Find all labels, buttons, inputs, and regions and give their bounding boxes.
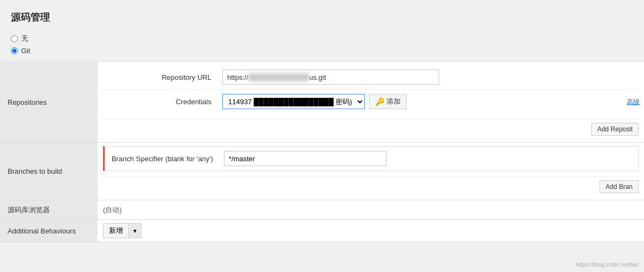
radio-git-item[interactable]: Git (11, 47, 633, 55)
add-behaviour-split-button: 新增 ▼ (103, 223, 141, 238)
branches-row: Branches to build Branch Specifier (blan… (0, 142, 644, 200)
branch-specifier-input[interactable] (224, 151, 387, 166)
watermark: https://blog.csdn.net/lan (576, 261, 639, 268)
credentials-dropdown[interactable]: 114937 ████████████████ 密码) (222, 94, 365, 109)
dropdown-arrow-icon: ▼ (132, 228, 138, 234)
add-branch-button[interactable]: Add Bran (600, 180, 639, 193)
key-icon: 🔑 (375, 97, 384, 106)
repositories-section: Repositories Repository URL https:// us.… (0, 61, 644, 242)
branch-specifier-value (224, 151, 633, 166)
source-browser-content: (自动) (98, 200, 644, 219)
repo-url-row: Repository URL https:// us.git (103, 65, 639, 90)
radio-git-label: Git (21, 47, 30, 55)
repositories-content: Repository URL https:// us.git (98, 62, 644, 142)
add-behaviour-main-button[interactable]: 新增 (103, 223, 128, 238)
source-browser-row: 源码库浏览器 (自动) (0, 200, 644, 219)
repo-url-blurred (248, 73, 309, 81)
add-repository-button[interactable]: Add Reposit (591, 123, 639, 136)
credentials-row: Credentials 114937 ████████████████ 密码) … (103, 90, 639, 113)
branches-label: Branches to build (0, 143, 98, 200)
add-credentials-button[interactable]: 🔑 添加 (369, 94, 407, 109)
source-control-options: 无 Git (0, 31, 644, 57)
repositories-row: Repositories Repository URL https:// us.… (0, 61, 644, 142)
advanced-link[interactable]: 高级 (627, 98, 640, 107)
credentials-label: Credentials (108, 98, 217, 106)
source-browser-label: 源码库浏览器 (0, 200, 98, 219)
branch-specifier-label: Branch Specifier (blank for 'any') (110, 155, 218, 163)
page-title: 源码管理 (0, 5, 644, 31)
additional-behaviours-label: Additional Behaviours (0, 220, 98, 242)
repo-url-value: https:// us.git (222, 69, 633, 85)
branches-content: Branch Specifier (blank for 'any') Add B… (98, 143, 644, 200)
repo-url-prefix: https:// (227, 73, 248, 81)
additional-behaviours-content: 新增 ▼ (98, 220, 644, 242)
source-browser-value: (自动) (103, 205, 122, 215)
radio-none-label: 无 (21, 34, 28, 43)
page-wrapper: 源码管理 无 Git Repositories Repository URL (0, 0, 644, 272)
radio-git[interactable] (11, 47, 18, 54)
branch-specifier-row: Branch Specifier (blank for 'any') (105, 147, 638, 170)
add-behaviour-arrow-button[interactable]: ▼ (128, 223, 141, 238)
additional-behaviours-row: Additional Behaviours 新增 ▼ (0, 219, 644, 242)
credentials-value: 114937 ████████████████ 密码) 🔑 添加 (222, 94, 633, 109)
add-button-label: 添加 (387, 97, 401, 106)
repo-url-label: Repository URL (108, 73, 217, 81)
radio-none-item[interactable]: 无 (11, 34, 633, 43)
radio-none[interactable] (11, 35, 18, 42)
repo-url-suffix: us.git (309, 73, 326, 81)
repositories-label: Repositories (0, 62, 98, 142)
